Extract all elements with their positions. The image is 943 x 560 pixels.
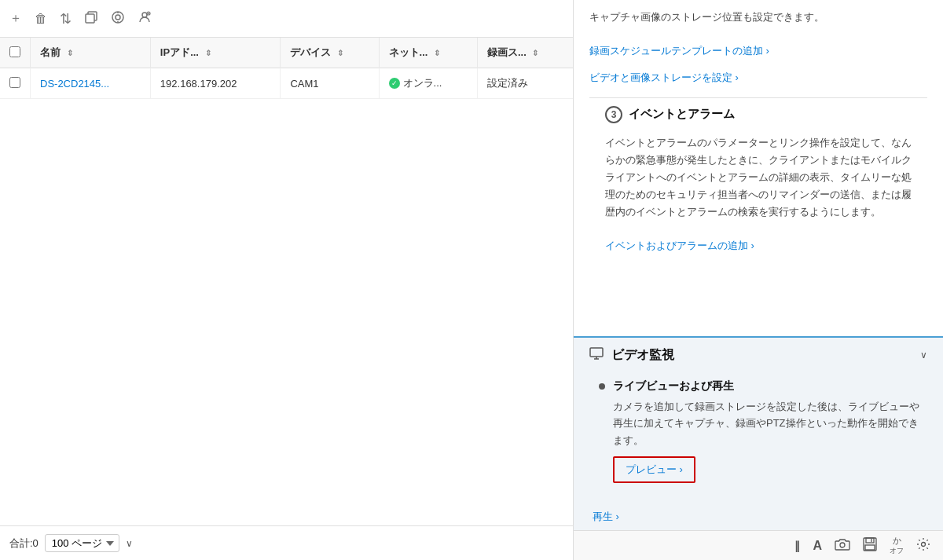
- text-size-icon[interactable]: A: [813, 539, 822, 553]
- user-settings-icon[interactable]: [138, 10, 152, 27]
- page-size-select[interactable]: 100 ページ 50 ページ 200 ページ: [45, 534, 119, 552]
- total-count: 合計:0: [9, 536, 39, 551]
- events-section-header: 3 イベントとアラーム: [589, 97, 927, 131]
- add-icon[interactable]: ＋: [9, 10, 22, 27]
- table-header-ip[interactable]: IPアド... ⇕: [150, 38, 281, 68]
- live-title: ライブビューおよび再生: [613, 379, 927, 393]
- svg-point-10: [840, 543, 845, 547]
- svg-rect-0: [86, 14, 94, 23]
- refresh-icon[interactable]: ⇅: [60, 10, 72, 27]
- replay-section: 再生 ›: [574, 505, 943, 530]
- svg-point-5: [142, 13, 147, 17]
- table-header-device[interactable]: デバイス ⇕: [281, 38, 379, 68]
- name-sort-icon: ⇕: [67, 49, 73, 57]
- table-header-name[interactable]: 名前 ⇕: [31, 38, 151, 68]
- pause-icon[interactable]: ‖: [794, 540, 800, 552]
- row-name[interactable]: DS-2CD2145...: [31, 68, 151, 99]
- set-storage-link[interactable]: ビデオと画像ストレージを設定 ›: [589, 71, 739, 85]
- storage-intro-text: キャプチャ画像のストレージ位置も設定できます。: [589, 9, 927, 26]
- row-device: CAM1: [281, 68, 379, 99]
- svg-point-15: [922, 542, 926, 546]
- right-content-area: キャプチャ画像のストレージ位置も設定できます。 録画スケジュールテンプレートの追…: [574, 0, 943, 330]
- save-icon[interactable]: [863, 537, 877, 555]
- video-section-header[interactable]: ビデオ監視 ∨: [574, 338, 943, 373]
- select-all-checkbox[interactable]: [9, 46, 20, 57]
- settings-icon[interactable]: [916, 537, 930, 555]
- camera-icon[interactable]: [835, 538, 850, 554]
- recording-sort-icon: ⇕: [532, 49, 538, 57]
- video-section-title: ビデオ監視: [611, 347, 674, 364]
- device-table-container: 名前 ⇕ IPアド... ⇕ デバイス ⇕ ネット... ⇕: [0, 38, 573, 525]
- add-schedule-template-link[interactable]: 録画スケジュールテンプレートの追加 ›: [589, 44, 769, 58]
- video-monitoring-section: ビデオ監視 ∨ ライブビューおよび再生 カメラを追加して録画ストレージを設定した…: [574, 336, 943, 560]
- replay-link[interactable]: 再生 ›: [593, 510, 619, 524]
- toolbar: ＋ 🗑 ⇅: [0, 0, 573, 38]
- online-status-dot: ✓: [389, 78, 400, 89]
- table-header-network[interactable]: ネット... ⇕: [379, 38, 477, 68]
- events-section-title: イベントとアラーム: [629, 107, 735, 122]
- section-number-3: 3: [605, 106, 622, 123]
- svg-rect-13: [865, 545, 875, 550]
- table-header-checkbox[interactable]: [0, 38, 31, 68]
- video-section-title-area: ビデオ監視: [589, 347, 674, 364]
- device-table: 名前 ⇕ IPアド... ⇕ デバイス ⇕ ネット... ⇕: [0, 38, 573, 99]
- preview-link[interactable]: プレビュー ›: [613, 456, 695, 483]
- device-sort-icon: ⇕: [337, 49, 343, 57]
- kana-icon[interactable]: かオフ: [890, 536, 904, 555]
- events-section-body: イベントとアラームのパラメーターとリンク操作を設定して、なんらかの緊急事態が発生…: [589, 131, 927, 278]
- add-events-link[interactable]: イベントおよびアラームの追加 ›: [605, 239, 754, 253]
- table-footer: 合計:0 100 ページ 50 ページ 200 ページ ∨: [0, 525, 573, 560]
- row-recording: 設定済み: [477, 68, 573, 99]
- bottom-status-bar: ‖ A かオフ: [574, 530, 943, 560]
- delete-icon[interactable]: 🗑: [35, 12, 47, 26]
- monitor-icon: [589, 347, 604, 363]
- live-description: カメラを追加して録画ストレージを設定した後は、ライブビューや再生に加えてキャプチ…: [613, 398, 927, 448]
- network-sort-icon: ⇕: [434, 49, 440, 57]
- left-panel: ＋ 🗑 ⇅: [0, 0, 574, 560]
- video-content: ライブビューおよび再生 カメラを追加して録画ストレージを設定した後は、ライブビュ…: [574, 373, 943, 505]
- video-collapse-icon[interactable]: ∨: [920, 350, 927, 361]
- copy-icon[interactable]: [84, 10, 98, 27]
- page-dropdown-icon: ∨: [126, 538, 133, 549]
- ip-sort-icon: ⇕: [205, 49, 211, 57]
- svg-rect-7: [590, 348, 603, 357]
- device-name-link[interactable]: DS-2CD2145...: [40, 78, 109, 90]
- live-view-item: ライブビューおよび再生 カメラを追加して録画ストレージを設定した後は、ライブビュ…: [599, 379, 927, 483]
- row-ip: 192.168.179.202: [150, 68, 281, 99]
- events-description: イベントとアラームのパラメーターとリンク操作を設定して、なんらかの緊急事態が発生…: [605, 134, 912, 221]
- row-network: ✓ オンラ...: [379, 68, 477, 99]
- svg-rect-12: [866, 538, 874, 543]
- right-panel: キャプチャ画像のストレージ位置も設定できます。 録画スケジュールテンプレートの追…: [574, 0, 943, 560]
- svg-point-2: [116, 15, 120, 20]
- svg-point-1: [112, 12, 123, 23]
- live-view-body: ライブビューおよび再生 カメラを追加して録画ストレージを設定した後は、ライブビュ…: [613, 379, 927, 483]
- row-checkbox[interactable]: [9, 77, 20, 88]
- table-row[interactable]: DS-2CD2145... 192.168.179.202 CAM1 ✓ オンラ…: [0, 68, 573, 99]
- table-header-recording[interactable]: 録画ス... ⇕: [477, 38, 573, 68]
- row-checkbox-cell[interactable]: [0, 68, 31, 99]
- live-dot: [599, 383, 605, 390]
- import-icon[interactable]: [111, 10, 125, 27]
